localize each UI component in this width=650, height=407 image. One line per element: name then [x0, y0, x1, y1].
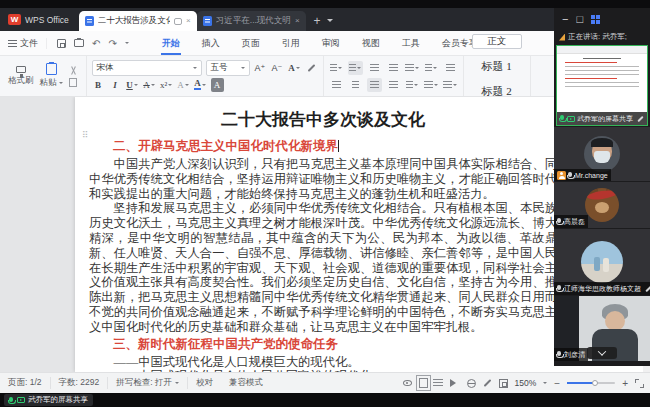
copy-icon[interactable]	[69, 78, 77, 87]
font-size-chevron-icon	[241, 67, 245, 71]
tab-list-chevron-icon[interactable]	[327, 19, 333, 25]
format-painter-button[interactable]: 格式刷	[8, 63, 34, 89]
file-menu-label: 文件	[20, 37, 38, 50]
distribute-button[interactable]	[386, 78, 401, 92]
participant-tile[interactable]: 刘彦清	[554, 296, 650, 361]
font-name-value: 宋体	[97, 62, 114, 74]
avatar	[581, 241, 623, 283]
increase-indent-button[interactable]	[386, 61, 401, 75]
underline-button[interactable]: U	[126, 78, 139, 92]
outline-view-icon[interactable]	[433, 379, 443, 387]
spellcheck-toggle[interactable]: 拼写检查: 打开	[108, 377, 188, 389]
web-layout-icon[interactable]	[467, 379, 476, 388]
rename-pencil-icon[interactable]	[637, 115, 643, 121]
collapse-panel-button[interactable]	[587, 347, 617, 359]
print-icon[interactable]	[74, 39, 84, 47]
format-painter-icon	[16, 66, 26, 73]
text-direction-button[interactable]	[405, 61, 420, 75]
fit-page-icon[interactable]	[499, 379, 508, 388]
tab-tools[interactable]: 工具	[391, 31, 431, 55]
wps-menu-button[interactable]: W WPS Office	[0, 8, 79, 31]
share-indicator-label: 武乔军的屏幕共享	[28, 395, 88, 405]
bold-button[interactable]: B	[92, 78, 105, 92]
layout-grid-icon[interactable]	[591, 15, 600, 24]
minimize-icon[interactable]: −	[562, 13, 568, 25]
tab-review[interactable]: 审阅	[311, 31, 351, 55]
tab-reference[interactable]: 引用	[271, 31, 311, 55]
bullet-list-button[interactable]	[329, 61, 344, 75]
style-heading-1[interactable]: 标题 1	[472, 59, 522, 74]
decrease-indent-button[interactable]	[367, 61, 382, 75]
participant-tile[interactable]: Mr.change	[554, 127, 650, 181]
italic-button[interactable]: I	[109, 78, 122, 92]
speaking-indicator: 正在讲话: 武乔军;	[554, 30, 650, 44]
paragraph-drag-handle-icon[interactable]: ⠿	[82, 130, 88, 140]
proofread-button[interactable]: 校对	[188, 377, 221, 389]
zoom-slider[interactable]	[567, 382, 615, 384]
new-tab-button[interactable]: +	[314, 14, 321, 28]
text-effects-button[interactable]: A	[288, 61, 301, 75]
zoom-chevron-icon[interactable]	[543, 382, 547, 386]
font-name-select[interactable]: 宋体	[92, 60, 202, 76]
paste-button[interactable]: 粘贴	[40, 63, 63, 89]
document-heading-2: 二、开辟马克思主义中国化时代化新境界	[89, 138, 557, 154]
align-left-button[interactable]	[329, 78, 344, 92]
zoom-out-button[interactable]: −	[554, 378, 560, 389]
sort-button[interactable]	[443, 61, 458, 75]
tab-page[interactable]: 页面	[231, 31, 271, 55]
align-center-button[interactable]	[348, 78, 363, 92]
ink-icon[interactable]	[483, 379, 491, 387]
tab-home[interactable]: 开始	[151, 31, 191, 55]
speaking-signal-icon	[559, 34, 565, 41]
redo-icon[interactable]: ↷	[108, 38, 116, 49]
zoom-in-button[interactable]: +	[622, 378, 628, 389]
word-count[interactable]: 字数: 2292	[51, 377, 109, 389]
strikethrough-button[interactable]: A	[143, 78, 156, 92]
screen-share-tile[interactable]: 武乔军的屏幕共享	[556, 45, 648, 126]
shrink-font-button[interactable]: A⁻	[271, 61, 284, 75]
share-preview-toolbar	[557, 46, 647, 54]
char-shading-button[interactable]: A	[211, 78, 224, 92]
grow-font-button[interactable]: A⁺	[254, 61, 267, 75]
document-tab-inactive[interactable]: 习近平在...现代文明 ×	[197, 11, 306, 31]
hamburger-icon	[8, 40, 17, 47]
file-menu-button[interactable]: 文件	[0, 37, 46, 50]
style-body-text[interactable]: 正文	[472, 34, 522, 49]
mic-on-icon	[9, 397, 13, 402]
page-view-icon[interactable]	[419, 378, 428, 388]
maximize-icon[interactable]: □	[576, 13, 583, 25]
paragraph-layout-button[interactable]	[405, 78, 420, 92]
highlight-button[interactable]: A	[177, 78, 190, 92]
document-paragraph-3: ——中国式现代化是人口规模巨大的现代化。	[89, 355, 557, 370]
presentation-icon[interactable]	[450, 379, 460, 387]
align-justify-button[interactable]	[367, 78, 382, 92]
eye-protect-icon[interactable]	[403, 380, 412, 386]
clear-format-button[interactable]	[305, 61, 318, 75]
screen-share-indicator[interactable]: 武乔军的屏幕共享	[4, 394, 93, 406]
fullscreen-icon[interactable]	[635, 379, 644, 388]
zoom-slider-knob[interactable]	[592, 380, 598, 386]
font-color-button[interactable]: A	[194, 78, 207, 92]
mic-icon	[557, 351, 561, 356]
cut-icon[interactable]	[69, 66, 78, 76]
rename-pencil-icon[interactable]	[645, 285, 650, 291]
save-icon[interactable]	[57, 39, 66, 48]
close-tab-icon[interactable]: ×	[186, 16, 191, 26]
tab-insert[interactable]: 插入	[191, 31, 231, 55]
undo-icon[interactable]: ↶	[92, 38, 100, 49]
number-list-button[interactable]	[348, 61, 363, 75]
superscript-button[interactable]: x²	[160, 78, 173, 92]
tab-view[interactable]: 视图	[351, 31, 391, 55]
line-spacing-button[interactable]	[424, 61, 439, 75]
participant-tile[interactable]: 辽师海华思政教师杨文超	[554, 229, 650, 295]
document-title: 二十大报告中多次谈及文化	[89, 108, 557, 131]
quick-access-chevron-icon[interactable]	[125, 42, 129, 46]
font-size-select[interactable]: 五号	[206, 60, 250, 76]
document-tab-active[interactable]: 二十大报告涉及文化 ×	[79, 11, 197, 31]
participant-tile[interactable]: 高晨磊	[554, 182, 650, 228]
mic-icon	[568, 172, 572, 177]
border-button[interactable]	[443, 78, 458, 92]
shading-color-button[interactable]	[424, 78, 439, 92]
zoom-level[interactable]: 150%	[515, 378, 537, 388]
close-tab-icon[interactable]: ×	[295, 16, 300, 26]
